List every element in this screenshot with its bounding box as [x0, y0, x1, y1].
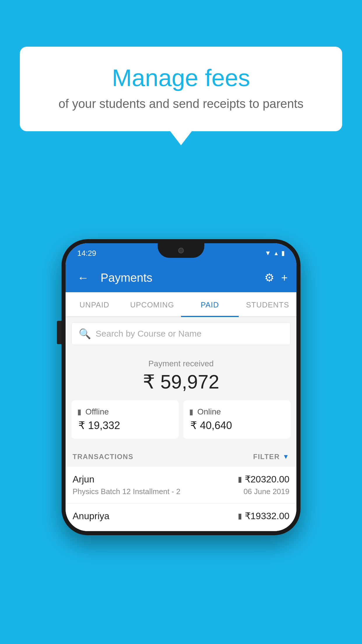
app-header: ← Payments ⚙ + [66, 263, 296, 292]
table-row[interactable]: Anupriya ▮ ₹19332.00 [66, 503, 296, 531]
phone-wrapper: 14:29 ▼ ▴ ▮ ← Payments ⚙ + [61, 239, 301, 535]
transaction-bottom-1: Physics Batch 12 Installment - 2 06 June… [73, 487, 289, 496]
phone-screen: 14:29 ▼ ▴ ▮ ← Payments ⚙ + [66, 243, 296, 531]
offline-icon: ▮ [77, 407, 81, 416]
camera-dot [178, 248, 184, 253]
search-input[interactable]: Search by Course or Name [96, 329, 202, 339]
payment-received-label: Payment received [71, 359, 291, 368]
offline-label: Offline [85, 407, 109, 416]
tab-unpaid[interactable]: UNPAID [66, 292, 123, 316]
notch [158, 243, 204, 258]
table-row[interactable]: Arjun ▮ ₹20320.00 Physics Batch 12 Insta… [66, 467, 296, 503]
payment-total-amount: ₹ 59,972 [71, 371, 291, 393]
offline-payment-icon: ▮ [238, 512, 242, 521]
online-card: ▮ Online ₹ 40,640 [183, 400, 291, 439]
filter-icon: ▼ [283, 453, 289, 461]
search-bar[interactable]: 🔍 Search by Course or Name [71, 322, 291, 345]
transaction-name-2: Anupriya [73, 511, 109, 522]
search-container: 🔍 Search by Course or Name [66, 317, 296, 350]
speech-bubble: Manage fees of your students and send re… [20, 47, 342, 131]
tab-students[interactable]: STUDENTS [239, 292, 296, 316]
offline-card: ▮ Offline ₹ 19,332 [71, 400, 179, 439]
online-card-header: ▮ Online [189, 407, 285, 416]
transaction-date-1: 06 June 2019 [243, 487, 289, 496]
back-button[interactable]: ← [74, 268, 92, 287]
battery-icon: ▮ [281, 249, 285, 257]
offline-card-header: ▮ Offline [77, 407, 173, 416]
wifi-icon: ▼ [265, 249, 271, 257]
signal-icon: ▴ [275, 249, 278, 257]
payment-cards: ▮ Offline ₹ 19,332 ▮ Online ₹ 40,640 [71, 400, 291, 439]
offline-amount: ₹ 19,332 [77, 419, 173, 432]
tabs-bar: UNPAID UPCOMING PAID STUDENTS [66, 292, 296, 317]
transaction-amount-row-1: ▮ ₹20320.00 [238, 474, 289, 485]
tab-paid[interactable]: PAID [181, 292, 239, 316]
status-time: 14:29 [77, 249, 96, 258]
transaction-top-1: Arjun ▮ ₹20320.00 [73, 474, 289, 485]
transaction-course-1: Physics Batch 12 Installment - 2 [73, 487, 180, 496]
transaction-top-2: Anupriya ▮ ₹19332.00 [73, 510, 289, 522]
gear-icon[interactable]: ⚙ [264, 271, 274, 284]
add-button[interactable]: + [281, 272, 288, 284]
transactions-label: TRANSACTIONS [73, 453, 133, 461]
filter-button[interactable]: FILTER ▼ [253, 453, 290, 461]
status-icons: ▼ ▴ ▮ [265, 249, 285, 257]
bubble-title: Manage fees [34, 64, 328, 92]
payment-received-section: Payment received ₹ 59,972 ▮ Offline ₹ 19… [66, 350, 296, 446]
online-payment-icon: ▮ [238, 475, 242, 484]
online-label: Online [197, 407, 221, 416]
tab-upcoming[interactable]: UPCOMING [123, 292, 181, 316]
transaction-amount-1: ₹20320.00 [245, 474, 289, 485]
search-icon: 🔍 [79, 328, 91, 340]
bubble-subtitle: of your students and send receipts to pa… [34, 97, 328, 111]
online-amount: ₹ 40,640 [189, 419, 285, 432]
online-icon: ▮ [189, 407, 193, 416]
filter-label: FILTER [253, 453, 280, 461]
transaction-amount-2: ₹19332.00 [245, 510, 289, 522]
transaction-name-1: Arjun [73, 474, 94, 485]
phone-frame: 14:29 ▼ ▴ ▮ ← Payments ⚙ + [61, 239, 301, 535]
header-icons: ⚙ + [264, 271, 288, 284]
page-title: Payments [101, 271, 259, 284]
transactions-header: TRANSACTIONS FILTER ▼ [66, 446, 296, 467]
status-bar: 14:29 ▼ ▴ ▮ [66, 243, 296, 263]
transaction-amount-row-2: ▮ ₹19332.00 [238, 510, 289, 522]
